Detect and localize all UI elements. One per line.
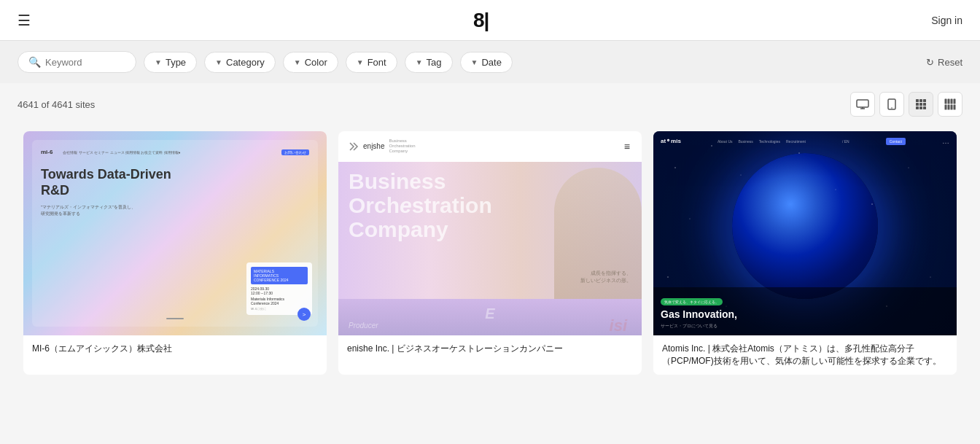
category-filter-button[interactable]: ▼ Category — [204, 52, 276, 73]
toolbar: 4641 of 4641 sites — [0, 83, 980, 125]
enishe-bottom: Producer E isi — [338, 299, 642, 335]
card-atomis-caption: Atomis Inc. | 株式会社Atomis（アトミス）は、多孔性配位高分子… — [653, 335, 957, 375]
category-filter-label: Category — [226, 57, 265, 68]
card-mi6-caption: MI-6（エムアイシックス）株式会社 — [23, 335, 327, 362]
svg-rect-7 — [923, 99, 926, 102]
type-filter-button[interactable]: ▼ Type — [144, 52, 197, 73]
chevron-down-icon: ▼ — [155, 58, 162, 66]
card-atomis-title: Atomis Inc. | 株式会社Atomis（アトミス）は、多孔性配位高分子… — [662, 343, 948, 367]
color-filter-label: Color — [305, 57, 327, 68]
tablet-view-button[interactable] — [879, 92, 904, 117]
svg-rect-21 — [954, 105, 956, 110]
reset-icon: ↻ — [926, 57, 934, 68]
mi6-subtitle: "マテリアルズ・インフォマティクス"を普及し、研究開発を革新する — [41, 204, 309, 217]
atomis-headline: Gas Innovation, — [661, 308, 949, 320]
svg-point-23 — [711, 145, 712, 147]
date-filter-label: Date — [481, 57, 501, 68]
mi6-action-dot: > — [298, 308, 311, 321]
color-filter-button[interactable]: ▼ Color — [283, 52, 338, 73]
svg-rect-5 — [916, 99, 919, 102]
card-atomis[interactable]: at⚬mis About UsBusinessTechnologiesRecru… — [653, 131, 957, 375]
card-mi6-thumbnail: mi-6 会社情報 サービス セミナー ニュース 採用情報 お役立て資料 採用情… — [23, 131, 327, 335]
card-atomis-thumbnail: at⚬mis About UsBusinessTechnologiesRecru… — [653, 131, 957, 335]
atomis-overlay: 気体で変える、キタイに応える。 Gas Innovation, サービス・プロに… — [653, 287, 957, 335]
atomis-tag: 気体で変える、キタイに応える。 — [661, 298, 723, 305]
svg-rect-0 — [857, 100, 868, 107]
svg-point-4 — [891, 107, 892, 109]
search-bar: 🔍 ▼ Type ▼ Category ▼ Color ▼ Font ▼ Tag… — [0, 41, 980, 83]
card-mi6[interactable]: mi-6 会社情報 サービス セミナー ニュース 採用情報 お役立て資料 採用情… — [23, 131, 327, 375]
keyword-input[interactable] — [45, 57, 125, 68]
chevron-down-icon: ▼ — [294, 58, 301, 66]
svg-rect-10 — [923, 103, 926, 106]
type-filter-label: Type — [166, 57, 186, 68]
reset-label: Reset — [938, 57, 962, 68]
svg-rect-19 — [948, 105, 950, 110]
site-count: 4641 of 4641 sites — [18, 99, 95, 110]
enishe-top-nav: enishe BusinessOrchestrationCompany ≡ — [338, 131, 642, 162]
svg-point-30 — [667, 276, 669, 278]
svg-rect-17 — [954, 99, 956, 104]
enishe-logo: enishe — [363, 142, 384, 150]
card-enishe[interactable]: enishe BusinessOrchestrationCompany ≡ Bu… — [338, 131, 642, 375]
card-enishe-title: enishe Inc. | ビジネスオーケストレーションカンパニー — [347, 343, 633, 355]
svg-rect-12 — [919, 106, 922, 109]
svg-rect-14 — [945, 99, 947, 104]
card-enishe-thumbnail: enishe BusinessOrchestrationCompany ≡ Bu… — [338, 131, 642, 335]
desktop-view-button[interactable] — [850, 92, 875, 117]
menu-icon[interactable]: ☰ — [18, 12, 31, 29]
logo: 8| — [473, 9, 489, 32]
svg-point-25 — [798, 152, 800, 154]
svg-rect-9 — [919, 103, 922, 106]
svg-rect-13 — [923, 106, 926, 109]
svg-rect-15 — [948, 99, 950, 104]
svg-rect-6 — [919, 99, 922, 102]
chevron-down-icon: ▼ — [471, 58, 478, 66]
tag-filter-label: Tag — [427, 57, 442, 68]
grid4-view-button[interactable] — [938, 92, 962, 117]
enishe-image: BusinessOrchestrationCompany 成長を指揮する、新しい… — [338, 162, 642, 299]
reset-button[interactable]: ↻ Reset — [926, 57, 962, 68]
chevron-down-icon: ▼ — [215, 58, 222, 66]
svg-rect-16 — [951, 99, 953, 104]
tag-filter-button[interactable]: ▼ Tag — [405, 52, 453, 73]
mi6-nav: mi-6 会社情報 サービス セミナー ニュース 採用情報 お役立て資料 採用情… — [41, 149, 309, 155]
svg-rect-11 — [916, 106, 919, 109]
svg-rect-8 — [916, 103, 919, 106]
signin-button[interactable]: Sign in — [931, 15, 962, 26]
keyword-input-wrap[interactable]: 🔍 — [18, 51, 136, 73]
svg-point-22 — [674, 167, 676, 168]
enishe-menu-icon: ≡ — [624, 141, 631, 152]
svg-point-28 — [871, 203, 873, 205]
search-icon: 🔍 — [28, 56, 41, 68]
card-mi6-title: MI-6（エムアイシックス）株式会社 — [32, 343, 318, 355]
svg-point-29 — [909, 168, 909, 168]
date-filter-button[interactable]: ▼ Date — [460, 52, 513, 73]
font-filter-button[interactable]: ▼ Font — [346, 52, 397, 73]
svg-point-31 — [930, 277, 931, 278]
svg-point-27 — [690, 219, 691, 219]
svg-point-24 — [741, 175, 742, 176]
card-enishe-caption: enishe Inc. | ビジネスオーケストレーションカンパニー — [338, 335, 642, 362]
svg-rect-20 — [951, 105, 953, 110]
atomis-nav: at⚬mis About UsBusinessTechnologiesRecru… — [653, 137, 957, 145]
view-controls — [850, 92, 962, 117]
chevron-down-icon: ▼ — [357, 58, 364, 66]
chevron-down-icon: ▼ — [416, 58, 423, 66]
card-grid: mi-6 会社情報 サービス セミナー ニュース 採用情報 お役立て資料 採用情… — [0, 125, 980, 398]
header: ☰ 8| Sign in — [0, 0, 980, 41]
font-filter-label: Font — [368, 57, 386, 68]
mi6-title: Towards Data-DrivenR&D — [41, 167, 309, 198]
svg-rect-18 — [945, 105, 947, 110]
svg-point-26 — [836, 190, 836, 190]
grid3-view-button[interactable] — [909, 92, 933, 117]
